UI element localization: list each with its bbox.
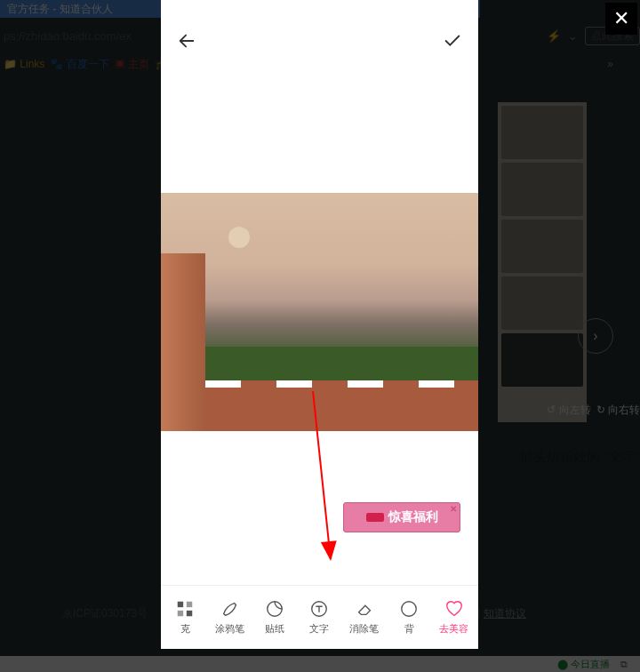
tool-text[interactable]: 文字 <box>297 599 341 636</box>
editor-topbar <box>161 24 478 61</box>
tool-background[interactable]: 背 <box>387 599 431 636</box>
photo-sun <box>228 227 250 248</box>
text-icon <box>309 599 329 619</box>
svg-rect-0 <box>178 602 183 607</box>
editor-toolbar: 克 涂鸦笔 贴纸 文字 消除笔 背 去美容 <box>161 585 478 649</box>
photo-wall <box>161 253 205 431</box>
tool-eraser[interactable]: 消除笔 <box>342 599 387 636</box>
sticker-icon <box>265 599 284 619</box>
photo-editor-panel: 惊喜福利 ✕ 克 涂鸦笔 贴纸 文字 消除笔 背 去美容 <box>161 0 478 649</box>
confirm-button[interactable] <box>443 31 462 54</box>
edited-photo[interactable] <box>161 193 478 431</box>
tool-beauty[interactable]: 去美容 <box>432 599 476 636</box>
promo-banner[interactable]: 惊喜福利 ✕ <box>343 502 460 532</box>
tool-sticker[interactable]: 贴纸 <box>252 599 297 636</box>
svg-rect-3 <box>187 611 192 616</box>
heart-icon <box>444 599 464 619</box>
background-icon <box>399 599 419 619</box>
brush-icon <box>220 599 240 619</box>
close-icon: ✕ <box>613 7 629 30</box>
back-button[interactable] <box>177 31 196 54</box>
svg-point-6 <box>402 602 417 617</box>
eraser-icon <box>355 599 374 619</box>
check-icon <box>443 31 462 51</box>
lipstick-icon <box>366 513 384 522</box>
close-button[interactable]: ✕ <box>605 3 637 35</box>
tool-mosaic[interactable]: 克 <box>163 599 207 636</box>
mosaic-icon <box>175 599 195 619</box>
arrow-left-icon <box>177 31 196 51</box>
tool-brush[interactable]: 涂鸦笔 <box>208 599 252 636</box>
promo-label: 惊喜福利 <box>388 509 438 525</box>
svg-rect-2 <box>178 611 183 616</box>
photo-track <box>205 347 478 431</box>
svg-rect-1 <box>187 602 192 607</box>
promo-close-icon[interactable]: ✕ <box>450 504 457 514</box>
